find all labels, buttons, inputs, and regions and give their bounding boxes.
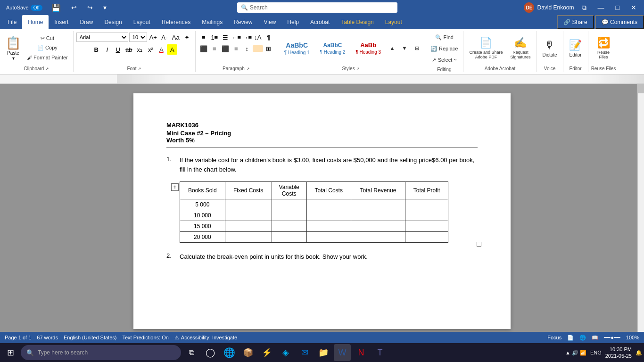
row3-total-profit[interactable]: [405, 221, 448, 232]
align-center-button[interactable]: ≡: [209, 43, 220, 54]
tab-draw[interactable]: Draw: [74, 15, 99, 29]
tab-references[interactable]: References: [156, 15, 196, 29]
taskbar-edge[interactable]: 🌐: [221, 344, 238, 361]
view-mode-web[interactable]: 🌐: [579, 335, 586, 341]
styles-scroll-down[interactable]: ▼: [399, 41, 410, 55]
comments-button[interactable]: 💬 Comments: [595, 15, 644, 29]
restore-window-button[interactable]: ⧉: [578, 0, 590, 15]
styles-scroll-up[interactable]: ▲: [387, 41, 397, 55]
cut-button[interactable]: ✂ Cut: [25, 34, 70, 43]
sort-button[interactable]: ↕A: [253, 32, 263, 42]
create-share-pdf-button[interactable]: 📄 Create and ShareAdobe PDF: [466, 32, 505, 64]
tab-home[interactable]: Home: [22, 15, 49, 29]
tab-view[interactable]: View: [258, 15, 282, 29]
superscript-button[interactable]: x²: [145, 44, 156, 55]
shading-button[interactable]: [253, 45, 263, 52]
bullets-button[interactable]: ≡: [198, 32, 209, 42]
row4-fixed[interactable]: [225, 232, 272, 243]
justify-button[interactable]: ≡: [231, 43, 241, 54]
row1-variable[interactable]: [272, 199, 306, 210]
italic-button[interactable]: I: [102, 44, 112, 55]
font-grow-button[interactable]: A+: [148, 32, 158, 42]
tab-file[interactable]: File: [2, 15, 22, 29]
dictate-button[interactable]: 🎙 Dictate: [540, 32, 560, 64]
tab-table-design[interactable]: Table Design: [335, 15, 379, 29]
row2-fixed[interactable]: [225, 210, 272, 221]
taskbar-system-icons[interactable]: ▲ 🔊 📶: [565, 350, 586, 356]
row3-books[interactable]: 15 000: [180, 221, 225, 232]
copy-button[interactable]: 📄 Copy: [25, 43, 70, 52]
find-button[interactable]: 🔍Find: [433, 32, 456, 42]
zoom-slider[interactable]: ━━●━━: [604, 335, 620, 341]
change-case-button[interactable]: Aa: [171, 32, 181, 42]
highlight-button[interactable]: A: [167, 44, 177, 55]
row4-total-revenue[interactable]: [351, 232, 405, 243]
border-button[interactable]: ⊞: [264, 43, 274, 54]
increase-indent-button[interactable]: →≡: [242, 32, 252, 42]
table-add-button[interactable]: +: [171, 183, 179, 191]
row4-variable[interactable]: [272, 232, 306, 243]
clear-format-button[interactable]: ✦: [182, 32, 192, 42]
customize-button[interactable]: ▾: [99, 0, 110, 15]
multilevel-button[interactable]: ☰: [220, 32, 231, 42]
focus-button[interactable]: Focus: [547, 335, 561, 340]
taskbar-netflix[interactable]: N: [353, 344, 370, 361]
row2-variable[interactable]: [272, 210, 306, 221]
row4-books[interactable]: 20 000: [180, 232, 225, 243]
style-heading2[interactable]: AaBbC ¶ Heading 2: [316, 34, 350, 62]
taskbar-teams[interactable]: T: [372, 344, 388, 361]
reuse-files-button[interactable]: 🔁 ReuseFiles: [594, 32, 613, 64]
minimize-button[interactable]: —: [594, 0, 608, 15]
row3-fixed[interactable]: [225, 221, 272, 232]
row4-total-costs[interactable]: [306, 232, 351, 243]
style-heading1[interactable]: AaBbC ¶ Heading 1: [280, 34, 314, 62]
tab-mailings[interactable]: Mailings: [196, 15, 228, 29]
save-button[interactable]: 💾: [48, 0, 65, 15]
font-size-select[interactable]: 10: [129, 33, 147, 42]
replace-button[interactable]: 🔄Replace: [428, 43, 460, 54]
taskbar-cortana[interactable]: ◯: [202, 344, 219, 361]
format-painter-button[interactable]: 🖌 Format Painter: [25, 53, 70, 62]
tab-layout2[interactable]: Layout: [380, 15, 408, 29]
share-button[interactable]: 🔗 Share: [557, 15, 594, 29]
row3-total-costs[interactable]: [306, 221, 351, 232]
tab-review[interactable]: Review: [228, 15, 258, 29]
align-left-button[interactable]: ⬛: [198, 43, 209, 54]
start-button[interactable]: ⊞: [2, 344, 19, 361]
font-family-select[interactable]: Arial: [76, 33, 128, 42]
taskbar-search[interactable]: 🔍 Type here to search: [21, 345, 181, 360]
paste-button[interactable]: 📋 Paste ▾: [3, 34, 24, 62]
show-marks-button[interactable]: ¶: [264, 32, 274, 42]
tab-layout[interactable]: Layout: [128, 15, 156, 29]
tab-help[interactable]: Help: [281, 15, 305, 29]
close-button[interactable]: ✕: [627, 0, 640, 15]
style-heading3[interactable]: AaBb ¶ Heading 3: [351, 34, 385, 62]
row1-total-costs[interactable]: [306, 199, 351, 210]
row2-total-profit[interactable]: [405, 210, 448, 221]
row1-total-revenue[interactable]: [351, 199, 405, 210]
font-shrink-button[interactable]: A-: [159, 32, 170, 42]
editor-button[interactable]: 📝 Editor: [566, 32, 585, 64]
taskbar-word[interactable]: W: [334, 344, 351, 361]
underline-button[interactable]: U: [113, 44, 123, 55]
select-button[interactable]: ↗Select ~: [429, 55, 459, 65]
row3-total-revenue[interactable]: [351, 221, 405, 232]
redo-button[interactable]: ↪: [83, 0, 97, 15]
zoom-level[interactable]: 100%: [626, 335, 639, 340]
styles-expand[interactable]: ⊞: [412, 41, 422, 55]
tab-design[interactable]: Design: [99, 15, 127, 29]
tab-acrobat[interactable]: Acrobat: [305, 15, 335, 29]
row1-books[interactable]: 5 000: [180, 199, 225, 210]
row2-total-costs[interactable]: [306, 210, 351, 221]
maximize-button[interactable]: □: [612, 0, 623, 15]
line-spacing-button[interactable]: ↕: [242, 43, 252, 54]
user-info[interactable]: DE David Enkoom: [524, 2, 574, 13]
row2-total-revenue[interactable]: [351, 210, 405, 221]
task-view-button[interactable]: ⧉: [183, 344, 200, 361]
vertical-scrollbar[interactable]: [637, 84, 644, 332]
taskbar-dropbox[interactable]: 📦: [239, 344, 256, 361]
view-mode-read[interactable]: 📖: [592, 335, 598, 341]
taskbar-mail[interactable]: ✉: [296, 344, 313, 361]
taskbar-edge2[interactable]: ⚡: [258, 344, 275, 361]
clock[interactable]: 10:30 PM 2021-05-25: [605, 346, 632, 360]
